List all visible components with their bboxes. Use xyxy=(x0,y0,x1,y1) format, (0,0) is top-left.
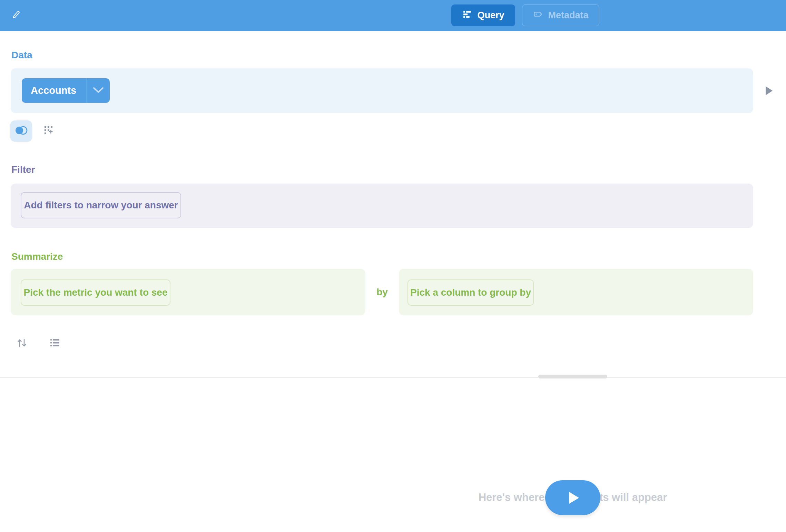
results-divider xyxy=(0,377,786,378)
add-filter-button[interactable]: Add filters to narrow your answer xyxy=(21,192,181,218)
table-picker-button[interactable]: Accounts xyxy=(22,78,110,103)
run-query-button[interactable] xyxy=(545,480,600,515)
data-section-container: Accounts xyxy=(11,68,753,113)
sort-icon xyxy=(17,338,28,349)
edit-name-button[interactable] xyxy=(10,9,23,22)
resize-drag-handle[interactable] xyxy=(538,375,607,378)
summarize-groupby-container: Pick a column to group by xyxy=(399,269,753,315)
tab-metadata-label: Metadata xyxy=(548,10,588,21)
pick-groupby-column-button[interactable]: Pick a column to group by xyxy=(407,279,534,306)
sort-step-button[interactable] xyxy=(15,337,29,351)
filter-section-container: Add filters to narrow your answer xyxy=(11,184,753,228)
pencil-icon xyxy=(11,10,21,21)
tab-metadata[interactable]: Metadata xyxy=(522,4,599,26)
tab-query[interactable]: Query xyxy=(451,4,515,26)
summarize-by-label: by xyxy=(365,269,399,315)
table-picker-label: Accounts xyxy=(22,78,87,103)
add-column-icon xyxy=(43,125,54,137)
play-triangle-icon[interactable] xyxy=(766,86,773,95)
pick-metric-button[interactable]: Pick the metric you want to see xyxy=(21,279,170,306)
query-builder-page: Query Metadata Data Accounts xyxy=(0,0,786,532)
join-data-button[interactable] xyxy=(10,120,32,142)
join-venn-icon xyxy=(14,125,29,137)
tag-icon xyxy=(533,9,543,22)
summarize-metric-container: Pick the metric you want to see xyxy=(11,269,365,315)
chevron-down-icon xyxy=(92,86,105,95)
row-limit-button[interactable] xyxy=(48,337,61,350)
table-picker-caret[interactable] xyxy=(87,78,110,103)
summarize-section-label: Summarize xyxy=(11,251,63,262)
filter-section-label: Filter xyxy=(11,164,35,175)
data-section-label: Data xyxy=(11,50,32,61)
app-header: Query Metadata xyxy=(0,0,786,31)
notebook-icon xyxy=(462,9,472,22)
custom-column-button[interactable] xyxy=(41,124,56,139)
play-icon xyxy=(569,492,579,504)
tab-query-label: Query xyxy=(477,10,504,21)
list-icon xyxy=(50,338,60,349)
